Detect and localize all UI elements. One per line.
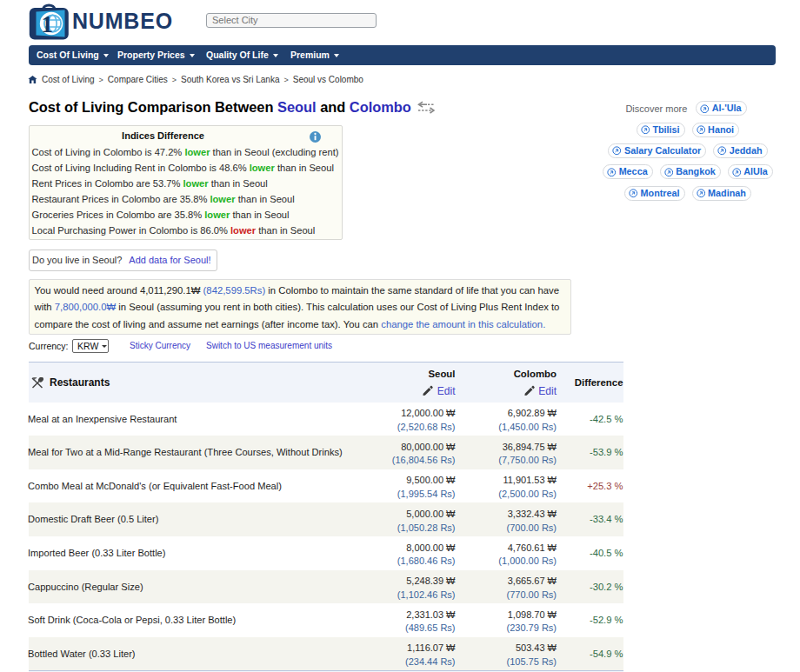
svg-text:1: 1: [42, 11, 54, 37]
